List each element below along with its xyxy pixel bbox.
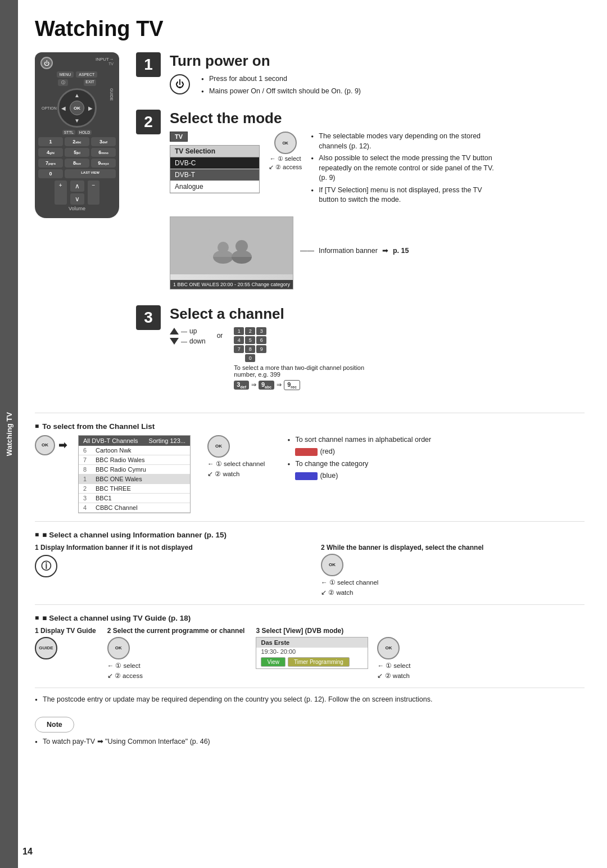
tv-guide-step3-watch: ↙ ② watch bbox=[377, 672, 410, 680]
channel-item-6: 6Cartoon Nwk bbox=[79, 446, 190, 455]
num-6: 6mno bbox=[91, 148, 116, 157]
nav-up-arrow: ▲ bbox=[74, 92, 80, 98]
power-step-icon: ⏻ bbox=[170, 74, 190, 94]
red-label: (red) bbox=[320, 447, 334, 457]
channel-list-header-text: To select from the Channel List bbox=[42, 422, 155, 431]
footer-note: The postcode entry or update may be requ… bbox=[35, 695, 585, 705]
tv-channel: 1 BBC ONE WALES bbox=[173, 282, 219, 287]
channel-list-title: All DVB-T Channels bbox=[83, 437, 138, 444]
nav-right-arrow: ▶ bbox=[88, 105, 93, 111]
last-view-btn: LAST VIEW bbox=[65, 169, 116, 178]
channel-arrows: — up — down bbox=[170, 327, 206, 345]
tv-guide-step2-label: 2 Select the current programme or channe… bbox=[107, 627, 245, 635]
channel-list-ok: OK bbox=[35, 435, 55, 455]
step-1-bullet-1: Press for about 1 second bbox=[201, 74, 361, 84]
tv-guide-step3-select: ← ① select bbox=[377, 662, 410, 670]
step-2-title: Select the mode bbox=[170, 110, 585, 127]
grid-9: 9 bbox=[256, 345, 266, 353]
info-banner-col2: 2 While the banner is displayed, select … bbox=[321, 544, 585, 596]
example-equation: 3def ⇒ 9abc ⇒ 9rec bbox=[234, 380, 380, 390]
up-label: up bbox=[189, 327, 197, 335]
number-grid: 1 2 3 4 5 6 7 8 9 0 bbox=[234, 327, 380, 362]
info-banner-row: —— Information banner ➡ p. 15 bbox=[300, 246, 409, 255]
programme-time: 19:30- 20:00 bbox=[256, 648, 368, 655]
page-title: Watching TV bbox=[35, 17, 585, 41]
tv-guide-col3: 3 Select [View] (DVB mode) Das Erste 19:… bbox=[256, 627, 585, 680]
tv-selection-analogue: Analogue bbox=[170, 181, 259, 193]
channel-list-arrow: ➡ bbox=[58, 439, 67, 451]
grid-4: 4 bbox=[234, 336, 244, 344]
tv-guide-three-col: 1 Display TV Guide GUIDE 2 Select the cu… bbox=[35, 627, 585, 680]
step-2-bullet-1: The selectable modes vary depending on t… bbox=[311, 132, 502, 151]
remote-illustration: ⏻ INPUT→ TV MENU ASPECT ⓘ bbox=[35, 52, 119, 218]
step-3-title: Select a channel bbox=[170, 305, 585, 323]
view-btn[interactable]: View bbox=[261, 657, 286, 667]
postcode-note: The postcode entry or update may be requ… bbox=[35, 695, 585, 705]
sort-note: To sort channel names in alphabetical or… bbox=[287, 435, 431, 457]
vol-plus: + bbox=[55, 180, 67, 205]
side-tab: Watching TV bbox=[0, 0, 18, 868]
timer-btn[interactable]: Timer Programming bbox=[288, 657, 350, 667]
info-banner-select-label: ← ① select channel bbox=[321, 578, 585, 586]
channel-item-7: 7BBC Radio Wales bbox=[79, 455, 190, 465]
channel-list-box-header: All DVB-T Channels Sorting 123... bbox=[79, 436, 190, 446]
exit-btn: EXIT bbox=[84, 79, 96, 86]
grid-5: 5 bbox=[245, 336, 255, 344]
tv-guide-section-title: ■ Select a channel using TV Guide (p. 18… bbox=[42, 614, 191, 622]
select-label-step2: ← ① select bbox=[270, 155, 301, 162]
side-tab-label: Watching TV bbox=[5, 412, 13, 456]
step-1-bullets: Press for about 1 second Mains power On … bbox=[201, 74, 361, 98]
info-banner-section-header: ■ Select a channel using Information ban… bbox=[35, 531, 585, 539]
step-3-number: 3 bbox=[136, 305, 161, 330]
channel-list-sort: Sorting 123... bbox=[149, 437, 185, 444]
eq-3def: 3def bbox=[234, 381, 249, 390]
info-banner-arrow: —— bbox=[300, 247, 314, 255]
tv-guide-step3-ok: OK bbox=[377, 637, 400, 659]
note-label: Note bbox=[35, 717, 74, 733]
info-banner-col1: 1 Display Information banner if it is no… bbox=[35, 544, 298, 596]
grid-2: 2 bbox=[245, 327, 255, 335]
number-example-text: To select a more than two-digit channel … bbox=[234, 364, 380, 378]
num-0: 0 bbox=[38, 169, 63, 178]
eq-9rec: 9rec bbox=[284, 380, 300, 390]
blue-color-btn bbox=[295, 472, 318, 480]
guide-icon: GUIDE bbox=[35, 637, 57, 659]
tv-guide-section: ■ Select a channel using TV Guide (p. 18… bbox=[35, 614, 585, 680]
info-banner-watch-label: ↙ ② watch bbox=[321, 589, 585, 596]
tv-guide-section-header: ■ Select a channel using TV Guide (p. 18… bbox=[35, 614, 585, 622]
step-2-bullet-3: If [TV Selection] menu is not displayed,… bbox=[311, 186, 502, 205]
tv-guide-step2-ok: OK bbox=[107, 637, 130, 659]
programme-title: Das Erste bbox=[256, 638, 368, 648]
step-2-block: 2 Select the mode TV TV Selection DVB-C … bbox=[136, 110, 585, 294]
arrow-right-icon: ➡ bbox=[382, 246, 388, 255]
num-7: 7pqrs bbox=[38, 159, 63, 168]
page-number: 14 bbox=[22, 847, 33, 857]
step-2-bullet-2: Also possible to select the mode pressin… bbox=[311, 153, 502, 183]
tv-guide-step2-select: ← ① select bbox=[107, 662, 245, 670]
num-9: 9wxyz bbox=[91, 159, 116, 168]
ch-up: ∧ bbox=[70, 180, 84, 192]
ch-down: ∨ bbox=[70, 193, 84, 205]
tv-selection-box: TV Selection DVB-C DVB-T Analogue bbox=[170, 145, 260, 193]
tv-time: 20:00 - 20:55 bbox=[220, 282, 250, 287]
red-color-btn bbox=[295, 448, 318, 456]
tv-change: Change category bbox=[251, 282, 290, 287]
channel-item-3: 3BBC1 bbox=[79, 494, 190, 503]
eq-9abc: 9abc bbox=[259, 381, 274, 390]
eq-arrow2: ⇒ bbox=[277, 381, 282, 388]
info-banner-page: p. 15 bbox=[393, 247, 409, 255]
tv-guide-col2: 2 Select the current programme or channe… bbox=[107, 627, 245, 680]
num-8: 8tuv bbox=[65, 159, 89, 168]
note-section: Note To watch pay-TV ➡ "Using Common Int… bbox=[35, 711, 585, 747]
info-banner-step2-label: 2 While the banner is displayed, select … bbox=[321, 544, 585, 551]
grid-7: 7 bbox=[234, 345, 244, 353]
tv-guide-step3-label: 3 Select [View] (DVB mode) bbox=[256, 627, 585, 635]
menu-btn: MENU bbox=[57, 71, 74, 78]
step-1-block: 1 Turn power on ⏻ Press for about 1 seco… bbox=[136, 52, 585, 98]
tv-selection-dvbc: DVB-C bbox=[170, 157, 259, 169]
triangle-down-icon bbox=[170, 338, 179, 345]
volume-label: Volume bbox=[38, 206, 116, 211]
watch-channel-label: ↙ ② watch bbox=[207, 470, 265, 478]
tv-guide-step1-label: 1 Display TV Guide bbox=[35, 627, 96, 635]
channel-item-1: 1BBC ONE Wales bbox=[79, 474, 190, 484]
